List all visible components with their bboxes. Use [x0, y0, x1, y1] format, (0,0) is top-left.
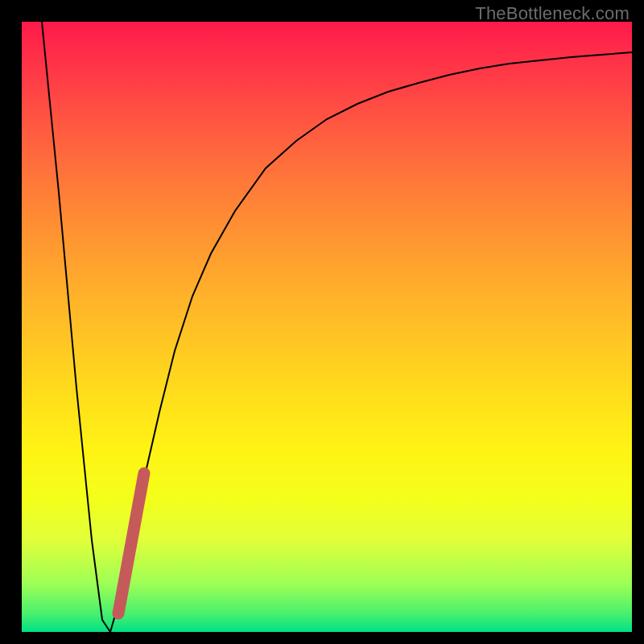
chart-svg [22, 22, 632, 632]
plot-area [22, 22, 632, 632]
chart-frame: TheBottleneck.com [0, 0, 644, 644]
highlight-marker [118, 473, 144, 613]
